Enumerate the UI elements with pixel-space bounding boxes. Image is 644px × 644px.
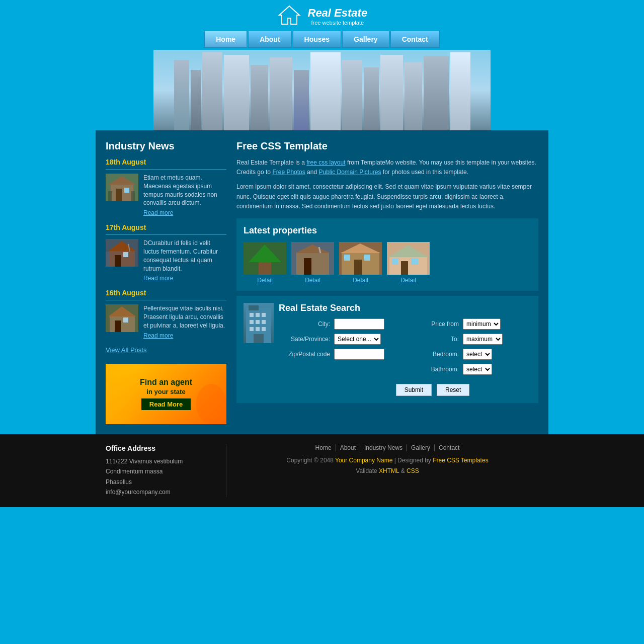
- svg-rect-49: [256, 327, 260, 331]
- news-item-2: 17th August: [106, 223, 226, 282]
- prop-item-2: Detail: [291, 242, 334, 284]
- prop-item-3: Detail: [339, 242, 382, 284]
- search-reset[interactable]: Reset: [437, 384, 469, 396]
- css-para-1: Real Estate Template is a free css layou…: [236, 158, 538, 177]
- footer-nav-home[interactable]: Home: [311, 444, 336, 451]
- footer-nav: Home About Industry News Gallery Contact: [236, 444, 538, 451]
- xhtml-link[interactable]: XHTML: [379, 467, 399, 474]
- prop-detail-3[interactable]: Detail: [339, 277, 382, 284]
- news-text-3: Pellentesque vitae iaculis nisi. Praesen…: [143, 304, 226, 330]
- agent-read-more[interactable]: Read More: [141, 398, 191, 410]
- news-text-2: DCurabitur id felis id velit luctus ferm…: [143, 239, 226, 273]
- city-label: City:: [279, 320, 334, 328]
- read-more-3[interactable]: Read more: [143, 332, 226, 339]
- svg-rect-22: [259, 262, 271, 275]
- company-link[interactable]: Your Company Name: [335, 457, 392, 464]
- read-more-2[interactable]: Read more: [143, 275, 226, 282]
- prop-detail-1[interactable]: Detail: [244, 277, 286, 284]
- news-thumb-3: [106, 304, 138, 332]
- prop-thumb-4: [387, 242, 430, 275]
- bedroom-select[interactable]: select 1 2 3 4: [463, 349, 492, 360]
- nav-houses[interactable]: Houses: [293, 31, 342, 48]
- svg-rect-13: [106, 252, 110, 267]
- nav-about[interactable]: About: [248, 31, 291, 48]
- prop-detail-4[interactable]: Detail: [387, 277, 430, 284]
- news-date-3: 16th August: [106, 289, 226, 297]
- public-domain-link[interactable]: Public Domain Pictures: [318, 169, 381, 176]
- read-more-1[interactable]: Read more: [143, 209, 226, 216]
- news-item-1: 18th August: [106, 158, 226, 216]
- css-para-2: Lorem ipsum dolor sit amet, consectetur …: [236, 182, 538, 211]
- free-photos-link[interactable]: Free Photos: [272, 169, 305, 176]
- left-column: Industry News 18th August: [106, 140, 226, 424]
- state-select[interactable]: Select one... Alabama Alaska California …: [334, 334, 381, 345]
- main-nav: Home About Houses Gallery Contact: [96, 31, 548, 48]
- svg-rect-5: [124, 188, 129, 193]
- svg-rect-42: [250, 313, 254, 317]
- svg-rect-7: [131, 191, 135, 201]
- copyright: Copyright © 2048 Your Company Name | Des…: [236, 455, 538, 477]
- svg-rect-2: [111, 184, 133, 201]
- css-template-title: Free CSS Template: [236, 140, 538, 152]
- svg-rect-46: [256, 320, 260, 324]
- prop-item-4: Detail: [387, 242, 430, 284]
- svg-rect-41: [249, 305, 259, 310]
- svg-rect-26: [304, 258, 311, 275]
- footer-address: Office Address 111/222 Vivamus vestibulu…: [106, 444, 226, 498]
- css-link[interactable]: CSS: [407, 467, 419, 474]
- svg-rect-44: [262, 313, 266, 317]
- news-date-1: 18th August: [106, 158, 226, 166]
- svg-rect-47: [262, 320, 266, 324]
- svg-rect-9: [110, 250, 135, 267]
- svg-rect-19: [123, 317, 128, 323]
- svg-rect-24: [296, 252, 329, 275]
- prop-thumb-3: [339, 242, 382, 275]
- bathroom-select[interactable]: select 1 2 3: [463, 364, 492, 375]
- nav-gallery[interactable]: Gallery: [342, 31, 389, 48]
- zip-input[interactable]: [334, 349, 384, 360]
- bedroom-label: Bedroom:: [408, 351, 463, 358]
- svg-rect-12: [123, 252, 128, 257]
- svg-rect-45: [250, 320, 254, 324]
- state-label: Sate/Province:: [279, 336, 334, 343]
- prop-detail-2[interactable]: Detail: [291, 277, 334, 284]
- footer-address-title: Office Address: [106, 444, 216, 452]
- price-from-select[interactable]: minimum 50000 100000 200000: [463, 318, 501, 330]
- svg-rect-32: [364, 255, 370, 261]
- nav-home[interactable]: Home: [204, 31, 247, 48]
- search-building-icon: [244, 303, 274, 343]
- footer-address-content: 111/222 Vivamus vestibulum Condimentum m…: [106, 456, 216, 498]
- view-all-posts[interactable]: View All Posts: [106, 346, 226, 354]
- svg-rect-48: [250, 327, 254, 331]
- latest-props-title: Latest properties: [244, 225, 531, 236]
- logo: Real Estate free website template: [277, 5, 367, 27]
- latest-properties: Latest properties Detail: [236, 218, 538, 291]
- search-title: Real Estate Search: [279, 303, 531, 313]
- city-input[interactable]: [334, 318, 384, 330]
- svg-rect-6: [108, 191, 112, 201]
- nav-contact[interactable]: Contact: [390, 31, 440, 48]
- logo-icon: [277, 5, 302, 27]
- footer-nav-about[interactable]: About: [336, 444, 360, 451]
- svg-rect-38: [411, 259, 418, 265]
- footer-nav-gallery[interactable]: Gallery: [407, 444, 435, 451]
- footer-nav-news[interactable]: Industry News: [360, 444, 407, 451]
- price-to-select[interactable]: maximum 100000 200000 500000: [463, 334, 503, 345]
- svg-rect-31: [354, 260, 362, 275]
- hero-banner: [153, 50, 491, 130]
- prop-thumb-2: [291, 242, 334, 275]
- svg-rect-37: [401, 261, 408, 275]
- svg-rect-18: [115, 320, 121, 332]
- svg-rect-50: [262, 327, 266, 331]
- zip-label: Zip/Postal code: [279, 351, 334, 358]
- news-date-2: 17th August: [106, 223, 226, 231]
- free-css-link[interactable]: free css layout: [306, 159, 345, 166]
- price-to-label: To:: [408, 336, 463, 343]
- search-submit[interactable]: Submit: [396, 384, 432, 396]
- agent-subtitle: in your state: [146, 388, 185, 395]
- agent-banner: Find an agent in your state Read More: [106, 364, 226, 424]
- footer-nav-contact[interactable]: Contact: [435, 444, 463, 451]
- designer-link[interactable]: Free CSS Templates: [433, 457, 489, 464]
- industry-news-title: Industry News: [106, 140, 226, 152]
- svg-rect-33: [344, 255, 350, 261]
